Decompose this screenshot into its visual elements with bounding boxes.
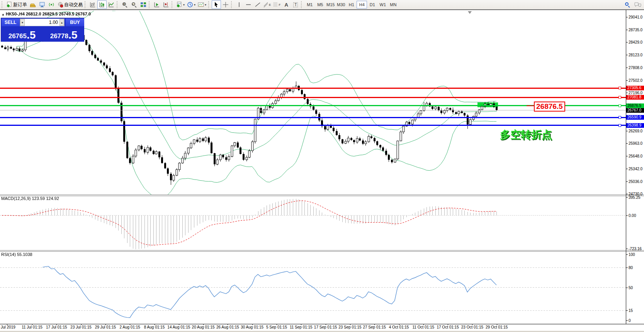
date-tick [326, 324, 326, 325]
turning-point-text[interactable]: 多空转折点 [500, 128, 552, 142]
timeframe-button-d1[interactable]: D1 [367, 1, 377, 8]
price-tag: 26398.9 [626, 123, 644, 128]
price-tick: 26269.0 [629, 129, 642, 133]
date-label: 2 Aug 01:15 [119, 325, 140, 329]
vertical-line-button[interactable] [234, 0, 244, 9]
price-tick-dash [626, 42, 628, 42]
cursor-button[interactable] [212, 0, 221, 9]
line-handle[interactable] [619, 96, 621, 99]
sell-price-main: 26765 [8, 32, 27, 41]
rsi-axis-value: 50 [629, 286, 633, 290]
timeframe-button-m1[interactable]: M1 [304, 1, 315, 8]
zoom-out-button[interactable]: - [129, 0, 139, 9]
auto-trading-button[interactable]: 自动交易 [56, 0, 84, 9]
collapse-panel-icon[interactable]: ▲ [2, 13, 5, 16]
toolbar-grip[interactable] [85, 1, 87, 8]
tile-windows-icon [140, 2, 146, 8]
date-axis-border [0, 324, 644, 324]
date-tick [203, 324, 204, 325]
rsi-canvas[interactable] [0, 252, 626, 324]
price-tick-dash [626, 169, 628, 169]
date-label: 11 Sep 01:15 [290, 325, 313, 329]
price-level-line[interactable] [0, 110, 626, 110]
date-tick [277, 324, 277, 325]
macd-axis-value: -723.16 [629, 247, 642, 251]
tile-windows-button[interactable] [139, 0, 148, 9]
toolbar-grip[interactable] [172, 1, 173, 8]
crosshair-button[interactable] [221, 0, 230, 9]
bar-chart-button[interactable] [88, 0, 97, 9]
trendline-button[interactable] [253, 0, 262, 9]
signals-button[interactable] [47, 0, 56, 9]
toolbar: 新订单 自动交易 + - [0, 0, 644, 10]
candlestick-chart-button[interactable] [97, 0, 107, 9]
rsi-tick-dash [626, 288, 628, 288]
fibonacci-button[interactable]: F [272, 0, 282, 9]
indicators-button[interactable]: ▾ [175, 0, 186, 9]
timeframe-button-h1[interactable]: H1 [346, 1, 357, 8]
macd-canvas[interactable] [0, 196, 626, 250]
terminal-button[interactable] [37, 0, 47, 9]
sell-price[interactable]: 26765.5 [2, 27, 42, 42]
templates-button[interactable]: ▾ [197, 0, 207, 9]
price-level-line[interactable] [0, 88, 626, 89]
timeframe-group: M1M5M15M30H1H4D1W1MN [304, 1, 398, 8]
toolbar-grip[interactable] [149, 1, 151, 8]
chat-icon[interactable] [634, 2, 642, 8]
line-handle[interactable] [619, 116, 621, 119]
timeframe-button-h4[interactable]: H4 [357, 1, 367, 8]
price-tick-dash [626, 55, 628, 55]
price-level-line[interactable] [0, 117, 626, 118]
price-tick: 25036.0 [629, 180, 642, 184]
timeframe-button-mn[interactable]: MN [388, 1, 398, 8]
periods-button[interactable]: ▾ [186, 0, 197, 9]
macd-tick-dash [626, 197, 628, 198]
zoom-out-icon: - [132, 2, 137, 7]
price-tick-dash [626, 156, 628, 156]
text-button[interactable]: A [282, 0, 291, 9]
volume-up-button[interactable]: ▲ [59, 19, 64, 26]
volume-down-button[interactable]: ▼ [20, 19, 25, 26]
line-chart-button[interactable] [107, 0, 116, 9]
new-order-button[interactable]: 新订单 [5, 0, 28, 9]
toolbar-grip[interactable] [117, 1, 119, 8]
toolbar-grip[interactable] [231, 1, 233, 8]
volume-input[interactable] [25, 20, 59, 25]
chart-shift-marker[interactable] [468, 11, 472, 14]
date-label: 4 Oct 01:15 [389, 325, 409, 329]
channel-button[interactable]: E [262, 0, 272, 9]
search-icon[interactable] [625, 2, 630, 7]
timeframe-button-w1[interactable]: W1 [377, 1, 388, 8]
auto-scroll-button[interactable] [152, 0, 161, 9]
timeframe-button-m15[interactable]: M15 [325, 1, 336, 8]
zoom-in-button[interactable]: + [120, 0, 129, 9]
toolbar-grip[interactable] [301, 1, 303, 8]
date-tick [81, 324, 82, 325]
horizontal-line-button[interactable] [244, 0, 253, 9]
date-tick [252, 324, 253, 325]
toolbar-grip[interactable] [208, 1, 210, 8]
date-tick [155, 324, 155, 325]
gold-button[interactable] [28, 0, 37, 9]
chart-shift-button[interactable] [161, 0, 171, 9]
buy-button[interactable]: BUY [66, 19, 84, 26]
timeframe-button-m5[interactable]: M5 [315, 1, 325, 8]
line-handle[interactable] [619, 87, 621, 90]
toolbar-grip[interactable] [2, 1, 3, 8]
date-label: 20 Aug 01:15 [192, 325, 215, 329]
horizontal-line-icon [245, 2, 251, 8]
price-callout-box[interactable]: 26876.5 [534, 102, 565, 112]
text-label-button[interactable]: T [291, 0, 300, 9]
timeframe-button-m30[interactable]: M30 [336, 1, 346, 8]
buy-price[interactable]: 26778.5 [43, 27, 84, 42]
auto-trading-icon [57, 2, 63, 8]
price-level-line[interactable] [0, 97, 626, 98]
sell-button[interactable]: SELL [2, 19, 19, 26]
price-level-line[interactable] [0, 125, 626, 126]
rsi-tick-dash [626, 320, 628, 321]
line-handle[interactable] [619, 104, 621, 107]
date-label: 26 Aug 01:15 [216, 325, 239, 329]
main-chart-canvas[interactable] [0, 11, 626, 195]
channel-icon [263, 2, 268, 8]
line-handle[interactable] [619, 124, 621, 127]
